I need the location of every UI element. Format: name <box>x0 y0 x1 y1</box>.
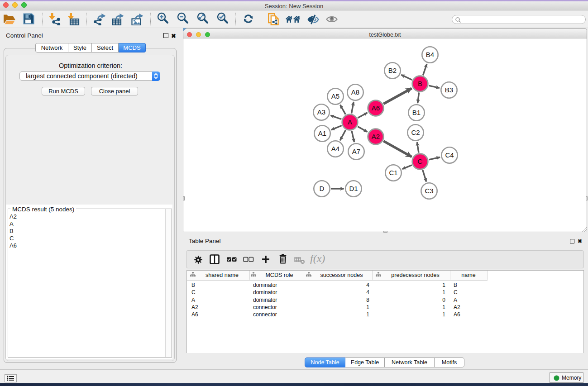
svg-text:C4: C4 <box>445 151 454 159</box>
svg-text:A7: A7 <box>352 148 360 155</box>
svg-text:D: D <box>320 185 325 192</box>
svg-text:A8: A8 <box>351 88 359 96</box>
svg-text:C: C <box>418 157 423 165</box>
svg-text:A6: A6 <box>372 104 380 112</box>
svg-text:B: B <box>418 80 422 87</box>
svg-text:B1: B1 <box>412 109 421 116</box>
svg-text:C3: C3 <box>425 187 433 195</box>
svg-text:A5: A5 <box>331 92 339 100</box>
svg-text:D1: D1 <box>349 185 358 192</box>
svg-text:C2: C2 <box>411 129 420 136</box>
svg-text:A4: A4 <box>331 145 339 152</box>
svg-text:C1: C1 <box>389 169 397 176</box>
svg-text:A3: A3 <box>317 108 325 116</box>
svg-text:B3: B3 <box>445 86 453 94</box>
svg-text:A2: A2 <box>372 133 380 140</box>
svg-text:B2: B2 <box>388 67 397 74</box>
svg-text:B4: B4 <box>426 51 434 58</box>
svg-text:A: A <box>348 118 352 126</box>
svg-text:A1: A1 <box>318 129 326 137</box>
